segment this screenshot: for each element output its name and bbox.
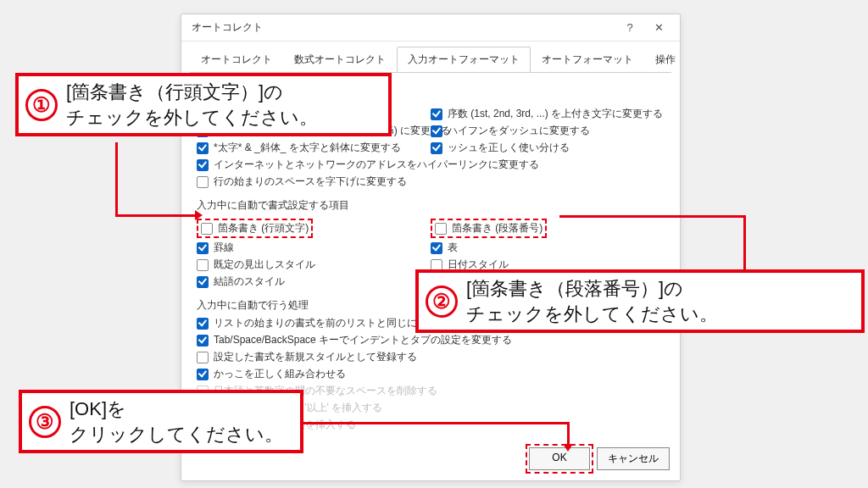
s1l-4-checkbox[interactable] — [197, 176, 209, 188]
s3-1-checkbox[interactable] — [197, 335, 209, 347]
callout-2-num: ② — [426, 286, 458, 318]
s1l-2-row: *太字* & _斜体_ を太字と斜体に変更する — [197, 141, 431, 155]
s3-3-checkbox[interactable] — [197, 369, 209, 380]
close-button[interactable]: ✕ — [644, 14, 673, 42]
s2l-3-row: 結語のスタイル — [197, 274, 431, 289]
s1r-2-checkbox[interactable] — [431, 142, 442, 154]
callout-3: ③ [OK]をクリックしてください。 — [19, 390, 303, 453]
s2l-0-checkbox[interactable] — [201, 223, 213, 235]
s3-3-row: かっこを正しく組み合わせる — [197, 367, 665, 381]
callout-1-num: ① — [25, 89, 58, 121]
s3-2-row: 設定した書式を新規スタイルとして登録する — [197, 350, 665, 364]
s1l-3-checkbox[interactable] — [197, 159, 209, 171]
dialog-title: オートコレクト — [192, 20, 263, 35]
s1l-4-label: 行の始まりのスペースを字下げに変更する — [214, 175, 407, 189]
s1l-3-row: インターネットとネットワークのアドレスをハイパーリンクに変更する — [197, 158, 431, 172]
cancel-button[interactable]: キャンセル — [597, 447, 670, 470]
s1r-0-label: 序数 (1st, 2nd, 3rd, ...) を上付き文字に変更する — [448, 107, 663, 121]
tabs: オートコレクト 数式オートコレクト 入力オートフォーマット オートフォーマット … — [181, 42, 680, 73]
s3-1-label: Tab/Space/BackSpace キーでインデントとタブの設定を変更する — [214, 333, 512, 347]
s3-2-checkbox[interactable] — [197, 352, 209, 363]
s1r-1-checkbox[interactable] — [431, 125, 442, 137]
s2l-1-label: 罫線 — [214, 241, 234, 255]
s1l-4-row: 行の始まりのスペースを字下げに変更する — [197, 175, 431, 189]
s3-0-checkbox[interactable] — [197, 318, 209, 330]
s2r-1-checkbox[interactable] — [431, 242, 442, 254]
s1r-2-row: ッシュを正しく使い分ける — [431, 141, 665, 155]
callout-2-text: [箇条書き（段落番号）]のチェックを外してください。 — [466, 276, 718, 326]
callout-3-num: ③ — [29, 406, 61, 438]
help-button[interactable]: ? — [615, 14, 644, 42]
s2l-2-label: 既定の見出しスタイル — [214, 258, 315, 272]
s1r-2-label: ッシュを正しく使い分ける — [448, 141, 570, 155]
s1r-1-row: ハイフンをダッシュに変更する — [431, 124, 665, 138]
s3-3-label: かっこを正しく組み合わせる — [214, 367, 346, 381]
s2l-1-row: 罫線 — [197, 241, 431, 255]
callout-1: ① [箇条書き（行頭文字）]のチェックを外してください。 — [15, 73, 392, 136]
tab-actions[interactable]: 操作 — [644, 47, 687, 73]
ok-button[interactable]: OK — [529, 447, 590, 470]
s1r-0-row: 序数 (1st, 2nd, 3rd, ...) を上付き文字に変更する — [431, 107, 665, 121]
callout-3-text: [OK]をクリックしてください。 — [70, 396, 283, 446]
s3-1-row: Tab/Space/BackSpace キーでインデントとタブの設定を変更する — [197, 333, 665, 347]
s2r-0-checkbox[interactable] — [435, 223, 447, 235]
s2r-1-label: 表 — [448, 241, 458, 255]
tab-autocorrect[interactable]: オートコレクト — [190, 47, 283, 73]
s1l-2-label: *太字* & _斜体_ を太字と斜体に変更する — [214, 141, 401, 155]
s3-2-label: 設定した書式を新規スタイルとして登録する — [214, 350, 417, 364]
section2-label: 入力中に自動で書式設定する項目 — [197, 198, 665, 213]
tab-autoformat[interactable]: オートフォーマット — [531, 47, 644, 73]
titlebar: オートコレクト ? ✕ — [181, 14, 680, 42]
callout-1-text: [箇条書き（行頭文字）]のチェックを外してください。 — [66, 80, 318, 130]
s2r-0-row: 箇条書き (段落番号) — [431, 219, 665, 238]
s3-0-label: リストの始まりの書式を前のリストと同じにする — [214, 316, 437, 330]
tab-autoformat-as-you-type[interactable]: 入力オートフォーマット — [397, 47, 531, 73]
s1r-0-checkbox[interactable] — [431, 108, 442, 120]
s2l-3-checkbox[interactable] — [197, 276, 209, 288]
callout-2: ② [箇条書き（段落番号）]のチェックを外してください。 — [415, 269, 865, 333]
s1l-2-checkbox[interactable] — [197, 142, 209, 154]
s2l-3-label: 結語のスタイル — [214, 274, 285, 289]
s2l-2-row: 既定の見出しスタイル — [197, 258, 431, 272]
s2l-0-label: 箇条書き (行頭文字) — [218, 221, 309, 236]
s1r-1-label: ハイフンをダッシュに変更する — [448, 124, 590, 138]
s2l-0-row: 箇条書き (行頭文字) — [197, 219, 431, 238]
s2r-0-label: 箇条書き (段落番号) — [452, 221, 542, 236]
s2l-1-checkbox[interactable] — [197, 242, 209, 254]
s2l-2-checkbox[interactable] — [197, 259, 209, 271]
s2r-1-row: 表 — [431, 241, 665, 255]
tab-math-autocorrect[interactable]: 数式オートコレクト — [283, 47, 397, 73]
